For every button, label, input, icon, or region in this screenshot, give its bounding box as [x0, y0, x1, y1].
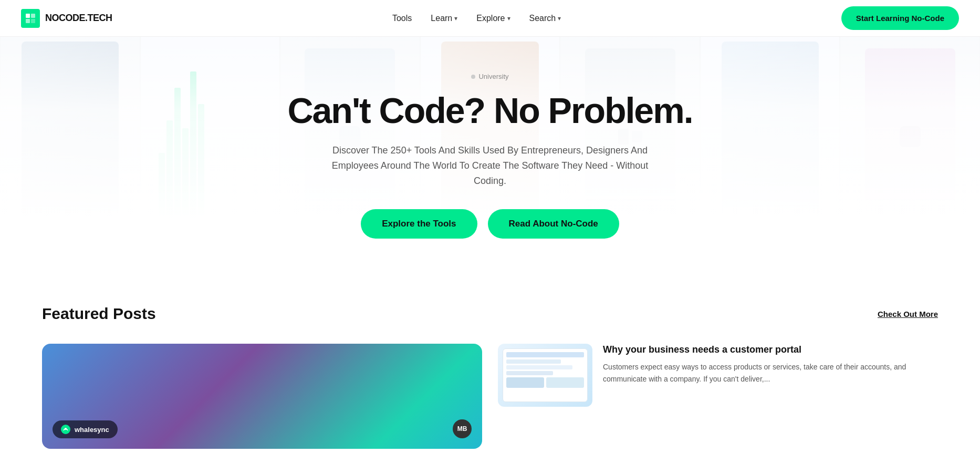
post-screenshot: [503, 348, 588, 402]
hero-subtitle: Discover The 250+ Tools And Skills Used …: [322, 143, 658, 188]
nav-links: Tools Learn ▾ Explore ▾ Search ▾: [392, 14, 561, 23]
learn-chevron-icon: ▾: [454, 15, 457, 22]
post-card-small[interactable]: Why your business needs a customer porta…: [498, 344, 938, 407]
hero-section: University Can't Code? No Problem. Disco…: [0, 0, 980, 273]
whalesync-logo: [61, 425, 70, 434]
post-thumbnail: [498, 344, 592, 407]
explore-tools-button[interactable]: Explore the Tools: [361, 209, 477, 239]
post-badge-text: whalesync: [75, 426, 109, 434]
featured-header: Featured Posts Check Out More: [42, 305, 938, 323]
nav-explore[interactable]: Explore ▾: [476, 14, 510, 23]
post-text: Customers expect easy ways to access pro…: [603, 361, 938, 385]
search-chevron-icon: ▾: [558, 15, 561, 22]
posts-grid: whalesync MB: [42, 344, 938, 449]
read-about-nocode-button[interactable]: Read About No-Code: [488, 209, 619, 239]
post-author-avatar: MB: [453, 419, 472, 438]
logo-text: NOCODE.TECH: [45, 13, 112, 24]
badge-dot: [471, 75, 475, 79]
check-out-more-link[interactable]: Check Out More: [878, 310, 938, 318]
nav-tools[interactable]: Tools: [392, 14, 412, 23]
post-card-image: whalesync MB: [42, 344, 482, 449]
post-info: Why your business needs a customer porta…: [603, 344, 938, 385]
post-large-badge: whalesync: [53, 420, 118, 438]
navbar: NOCODE.TECH Tools Learn ▾ Explore ▾ Sear…: [0, 0, 980, 37]
featured-title: Featured Posts: [42, 305, 156, 323]
post-thumb-inner: [498, 344, 592, 407]
hero-content: University Can't Code? No Problem. Disco…: [277, 40, 703, 271]
hero-title: Can't Code? No Problem.: [287, 91, 692, 130]
svg-rect-0: [26, 14, 30, 18]
logo-link[interactable]: NOCODE.TECH: [21, 9, 112, 28]
logo-icon: [21, 9, 40, 28]
hero-badge: University: [471, 73, 508, 80]
explore-chevron-icon: ▾: [507, 15, 510, 22]
svg-rect-3: [31, 19, 35, 23]
featured-section: Featured Posts Check Out More whalesync …: [0, 273, 980, 463]
nav-learn[interactable]: Learn ▾: [431, 14, 457, 23]
svg-rect-1: [31, 14, 35, 18]
start-learning-button[interactable]: Start Learning No-Code: [841, 6, 959, 30]
post-card-large[interactable]: whalesync MB: [42, 344, 482, 449]
hero-buttons: Explore the Tools Read About No-Code: [287, 209, 692, 239]
svg-rect-2: [26, 19, 30, 23]
post-title: Why your business needs a customer porta…: [603, 344, 938, 356]
svg-point-4: [65, 428, 67, 430]
nav-search[interactable]: Search ▾: [529, 14, 561, 23]
